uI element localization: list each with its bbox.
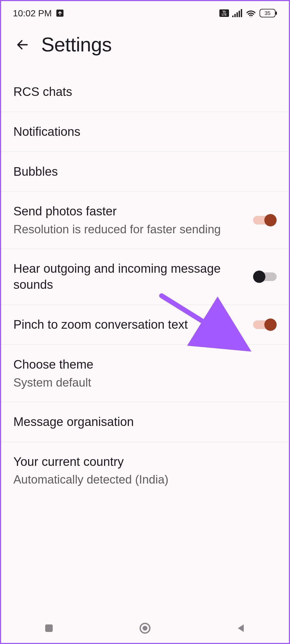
signal-icon: [232, 9, 242, 17]
item-title: Bubbles: [13, 164, 277, 180]
back-button[interactable]: [14, 37, 30, 53]
svg-text:Vo: Vo: [223, 10, 226, 13]
battery-text: 35: [265, 10, 270, 16]
item-current-country[interactable]: Your current country Automatically detec…: [1, 442, 289, 499]
svg-text:LTE: LTE: [222, 13, 227, 16]
item-title: RCS chats: [13, 84, 277, 100]
svg-rect-8: [241, 9, 242, 17]
nav-back-button[interactable]: [225, 617, 257, 639]
nav-home-button[interactable]: [129, 617, 161, 639]
volte-icon: VoLTE: [219, 9, 229, 17]
svg-rect-6: [236, 12, 238, 17]
item-choose-theme[interactable]: Choose theme System default: [1, 345, 289, 402]
item-send-photos-faster[interactable]: Send photos faster Resolution is reduced…: [1, 192, 289, 249]
app-header: Settings: [1, 25, 289, 72]
svg-rect-5: [234, 14, 236, 17]
settings-list: RCS chats Notifications Bubbles Send pho…: [1, 72, 289, 499]
status-bar: 10:02 PM VoLTE 35: [1, 1, 289, 25]
item-subtitle: Resolution is reduced for faster sending: [13, 222, 245, 237]
system-nav-bar: [1, 613, 289, 643]
triangle-left-icon: [236, 623, 246, 634]
item-title: Notifications: [13, 124, 277, 140]
item-subtitle: System default: [13, 375, 277, 390]
status-time: 10:02 PM: [13, 8, 52, 18]
item-hear-message-sounds[interactable]: Hear outgoing and incoming message sound…: [1, 249, 289, 305]
item-subtitle: Automatically detected (India): [13, 472, 277, 487]
status-right: VoLTE 35: [219, 9, 277, 17]
svg-rect-12: [45, 624, 53, 632]
toggle-hear-message-sounds[interactable]: [253, 270, 277, 283]
svg-rect-7: [239, 11, 240, 17]
wifi-icon: [246, 9, 256, 17]
item-message-organisation[interactable]: Message organisation: [1, 402, 289, 442]
item-title: Hear outgoing and incoming message sound…: [13, 261, 245, 293]
battery-icon: 35: [260, 9, 277, 17]
nav-recent-button[interactable]: [33, 617, 65, 639]
svg-point-14: [143, 626, 147, 631]
circle-icon: [139, 622, 151, 635]
square-icon: [44, 623, 54, 634]
item-title: Message organisation: [13, 414, 277, 430]
item-title: Your current country: [13, 454, 277, 470]
item-notifications[interactable]: Notifications: [1, 112, 289, 152]
item-title: Choose theme: [13, 357, 277, 373]
item-title: Pinch to zoom conversation text: [13, 317, 245, 333]
item-bubbles[interactable]: Bubbles: [1, 152, 289, 192]
arrow-left-icon: [16, 38, 29, 52]
upload-icon: [56, 9, 64, 17]
item-title: Send photos faster: [13, 203, 245, 219]
svg-rect-10: [276, 12, 277, 15]
svg-rect-4: [232, 16, 234, 17]
toggle-pinch-to-zoom[interactable]: [253, 318, 277, 331]
page-title: Settings: [41, 33, 112, 56]
status-left: 10:02 PM: [13, 8, 64, 18]
item-rcs-chats[interactable]: RCS chats: [1, 72, 289, 112]
item-pinch-to-zoom[interactable]: Pinch to zoom conversation text: [1, 305, 289, 345]
toggle-send-photos-faster[interactable]: [253, 214, 277, 227]
